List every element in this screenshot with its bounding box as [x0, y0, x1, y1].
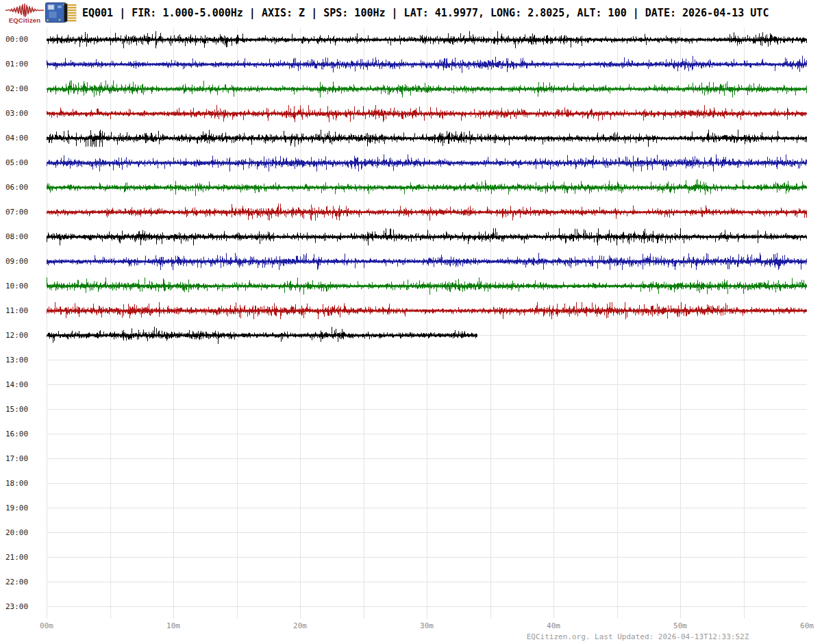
hour-label: 12:00	[5, 331, 30, 340]
page-title: EQ001 | FIR: 1.000-5.000Hz | AXIS: Z | S…	[82, 7, 769, 19]
hour-label: 18:00	[5, 479, 30, 488]
x-axis-tick-label: 00m	[40, 621, 53, 630]
hour-label: 19:00	[5, 504, 30, 512]
hour-label: 02:00	[5, 84, 30, 93]
logo-wordmark: EQCitizen	[5, 16, 44, 24]
eqcitizen-logo: EQCitizen	[5, 3, 44, 23]
x-axis-tick-label: 40m	[547, 621, 560, 630]
x-axis-tick-label: 30m	[420, 621, 434, 630]
hour-label: 11:00	[5, 306, 30, 315]
x-axis-tick-label: 60m	[800, 621, 814, 630]
seismogram-burst-icon	[5, 3, 44, 18]
hour-label: 13:00	[5, 356, 30, 364]
helicorder-plot	[47, 27, 807, 619]
hour-label: 05:00	[5, 158, 30, 167]
x-axis-tick-label: 10m	[166, 621, 180, 630]
hour-label: 08:00	[5, 232, 30, 241]
hour-label: 15:00	[5, 405, 30, 414]
hour-label: 14:00	[5, 380, 30, 389]
hour-label: 07:00	[5, 208, 30, 216]
hour-label: 06:00	[5, 183, 30, 192]
hour-label: 00:00	[5, 35, 30, 44]
sensor-board-icon	[45, 2, 77, 26]
hour-label: 04:00	[5, 134, 30, 143]
hour-label: 21:00	[5, 553, 30, 562]
hour-label: 10:00	[5, 282, 30, 290]
hour-label: 16:00	[5, 430, 30, 438]
footer-credit: EQCitizen.org. Last Updated: 2026-04-13T…	[527, 632, 749, 641]
hour-label: 01:00	[5, 60, 30, 69]
hour-label: 09:00	[5, 257, 30, 266]
hour-label: 23:00	[5, 602, 30, 611]
x-axis-tick-label: 20m	[293, 621, 307, 630]
hour-label: 22:00	[5, 578, 30, 586]
hour-label: 17:00	[5, 454, 30, 463]
helicorder-page: { "header": { "title": "EQ001 | FIR: 1.0…	[0, 0, 822, 644]
x-axis-tick-label: 50m	[673, 621, 687, 630]
hour-label: 20:00	[5, 528, 30, 537]
hour-label: 03:00	[5, 109, 30, 118]
